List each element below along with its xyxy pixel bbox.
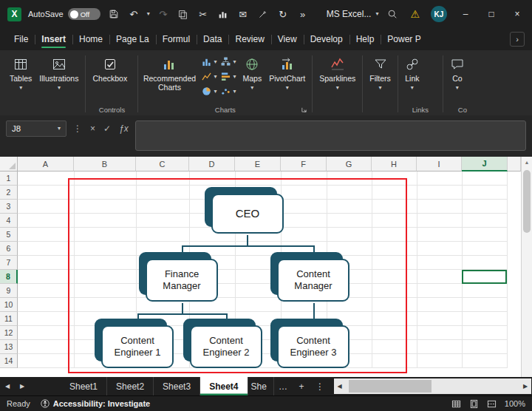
- column-header-f[interactable]: F: [281, 157, 327, 171]
- save-icon[interactable]: [107, 9, 120, 19]
- close-button[interactable]: ×: [510, 9, 525, 19]
- ribbon-tab-file[interactable]: File: [7, 28, 35, 50]
- org-node-finance-manager[interactable]: Finance Manager: [146, 259, 218, 302]
- formula-input[interactable]: [135, 120, 526, 151]
- hierarchy-chart-button[interactable]: ▾: [221, 57, 236, 67]
- checkbox-button[interactable]: Checkbox: [89, 54, 131, 83]
- row-header-7[interactable]: 7: [0, 256, 18, 270]
- undo-icon[interactable]: ↶: [127, 10, 140, 19]
- format-painter-icon[interactable]: [256, 10, 270, 19]
- row-header-11[interactable]: 11: [0, 312, 18, 326]
- org-node-content-manager[interactable]: Content Manager: [277, 259, 349, 302]
- row-header-13[interactable]: 13: [0, 340, 18, 354]
- ribbon-tab-home[interactable]: Home: [72, 28, 109, 50]
- charts-dialog-launcher[interactable]: [301, 106, 307, 113]
- autosave-toggle[interactable]: Off: [68, 8, 100, 20]
- name-box-dropdown-icon[interactable]: ▾: [58, 126, 61, 132]
- org-node-content-engineer-2[interactable]: Content Engineer 2: [190, 325, 262, 368]
- sheet-tab-sheet3[interactable]: Sheet3: [154, 377, 200, 395]
- sheet-options-icon[interactable]: ⋮: [311, 377, 330, 395]
- sheet-nav-left-icon[interactable]: ◀: [0, 377, 15, 395]
- column-chart-button[interactable]: ▾: [202, 57, 216, 67]
- ribbon-options-button[interactable]: ›: [510, 32, 525, 47]
- filters-button[interactable]: Filters ▾: [366, 54, 395, 91]
- horizontal-scroll-thumb[interactable]: [349, 380, 432, 393]
- org-node-content-engineer-1[interactable]: Content Engineer 1: [101, 325, 174, 368]
- ribbon-tab-help[interactable]: Help: [349, 28, 381, 50]
- all-sheets-button[interactable]: …: [274, 377, 293, 395]
- row-header-9[interactable]: 9: [0, 284, 18, 298]
- bar-chart-button[interactable]: ▾: [221, 72, 236, 81]
- row-header-5[interactable]: 5: [0, 228, 18, 242]
- ribbon-tab-power-pivot[interactable]: Power P: [381, 28, 427, 50]
- search-icon[interactable]: [386, 9, 399, 19]
- link-button[interactable]: Link ▾: [401, 54, 423, 91]
- cut-icon[interactable]: ✂: [197, 10, 210, 19]
- row-header-8[interactable]: 8: [0, 270, 18, 284]
- excel-logo-icon[interactable]: X: [7, 7, 21, 21]
- sparklines-button[interactable]: Sparklines ▾: [316, 54, 359, 91]
- selected-cell-j8[interactable]: [462, 270, 507, 284]
- ribbon-tab-review[interactable]: Review: [228, 28, 270, 50]
- insert-function-icon[interactable]: ƒx: [119, 123, 129, 134]
- illustrations-button[interactable]: Illustrations ▾: [35, 54, 82, 91]
- maps-button[interactable]: Maps ▾: [239, 54, 266, 91]
- tables-button[interactable]: Tables ▾: [6, 54, 35, 91]
- copy-icon[interactable]: [177, 10, 190, 19]
- line-chart-button[interactable]: ▾: [202, 72, 216, 81]
- sheet-tab-sheet2[interactable]: Sheet2: [107, 377, 154, 395]
- row-header-12[interactable]: 12: [0, 326, 18, 340]
- hscroll-left-icon[interactable]: ◀: [334, 383, 346, 390]
- pie-chart-button[interactable]: ▾: [202, 86, 216, 96]
- row-header-4[interactable]: 4: [0, 214, 18, 228]
- row-header-10[interactable]: 10: [0, 298, 18, 312]
- row-header-14[interactable]: 14: [0, 354, 18, 368]
- column-header-i[interactable]: I: [417, 157, 462, 171]
- user-avatar[interactable]: KJ: [431, 6, 447, 22]
- horizontal-scrollbar[interactable]: ◀ ▶: [334, 378, 532, 394]
- cancel-icon[interactable]: ×: [90, 123, 95, 134]
- mail-icon[interactable]: ✉: [236, 10, 250, 19]
- new-sheet-button[interactable]: +: [293, 377, 311, 395]
- sheet-nav-right-icon[interactable]: ▶: [15, 377, 30, 395]
- worksheet[interactable]: A B C D E F G H I J 1 2 3 4 5 6 7 8 9 10…: [0, 157, 532, 377]
- maximize-button[interactable]: □: [484, 9, 499, 19]
- sheet-tab-sheet5[interactable]: She: [248, 377, 274, 395]
- document-title[interactable]: MS Excel... ▾: [327, 9, 379, 19]
- ribbon-tab-data[interactable]: Data: [197, 28, 228, 50]
- row-header-3[interactable]: 3: [0, 200, 18, 214]
- minimize-button[interactable]: –: [458, 9, 473, 19]
- ribbon-tab-view[interactable]: View: [271, 28, 304, 50]
- normal-view-icon[interactable]: [451, 399, 461, 409]
- hscroll-right-icon[interactable]: ▶: [519, 383, 531, 390]
- more-commands-icon[interactable]: »: [296, 10, 310, 19]
- column-header-b[interactable]: B: [74, 157, 136, 171]
- undo-dropdown-icon[interactable]: ▾: [147, 11, 150, 17]
- org-node-content-engineer-3[interactable]: Content Engineer 3: [277, 325, 349, 368]
- column-header-e[interactable]: E: [235, 157, 281, 171]
- sheet-tab-sheet1[interactable]: Sheet1: [61, 377, 107, 395]
- comments-button[interactable]: Co ▾: [446, 54, 468, 91]
- org-node-ceo[interactable]: CEO: [211, 194, 284, 234]
- column-header-d[interactable]: D: [189, 157, 235, 171]
- refresh-icon[interactable]: ↻: [276, 10, 290, 19]
- row-header-1[interactable]: 1: [0, 171, 18, 186]
- row-header-2[interactable]: 2: [0, 186, 18, 200]
- accessibility-status[interactable]: Accessibility: Investigate: [41, 399, 150, 408]
- column-header-a[interactable]: A: [18, 157, 74, 171]
- enter-icon[interactable]: ✓: [103, 123, 111, 134]
- zoom-level[interactable]: 100%: [505, 399, 525, 408]
- column-header-j[interactable]: J: [462, 157, 508, 171]
- column-header-c[interactable]: C: [136, 157, 189, 171]
- scatter-chart-button[interactable]: ▾: [221, 86, 236, 96]
- scroll-up-icon[interactable]: ▲: [522, 157, 532, 165]
- ribbon-tab-formulas[interactable]: Formul: [156, 28, 197, 50]
- ribbon-tab-developer[interactable]: Develop: [304, 28, 349, 50]
- pivotchart-button[interactable]: PivotChart ▾: [265, 54, 309, 91]
- name-box[interactable]: J8 ▾: [6, 120, 66, 137]
- vertical-scrollbar[interactable]: ▲: [521, 157, 532, 377]
- vertical-scroll-thumb[interactable]: [523, 170, 531, 233]
- select-all-corner[interactable]: [0, 157, 18, 171]
- row-header-6[interactable]: 6: [0, 242, 18, 256]
- page-break-view-icon[interactable]: [487, 399, 497, 409]
